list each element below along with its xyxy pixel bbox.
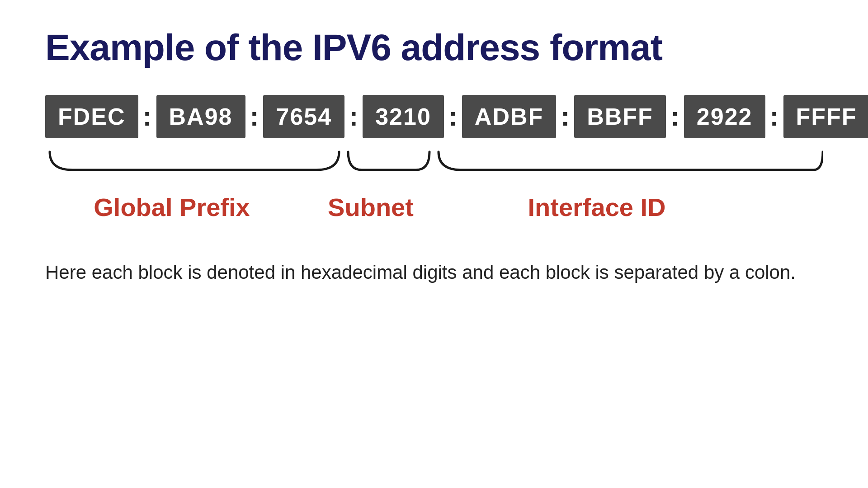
interface-id-label: Interface ID — [488, 192, 705, 222]
colon-7: : — [765, 103, 783, 130]
colon-6: : — [666, 103, 684, 130]
hex-block-7: 2922 — [684, 95, 765, 138]
colon-3: : — [344, 103, 363, 130]
hex-block-3: 7654 — [263, 95, 344, 138]
colon-4: : — [444, 103, 462, 130]
hex-block-5: ADBF — [462, 95, 556, 138]
colon-5: : — [556, 103, 574, 130]
colon-2: : — [245, 103, 264, 130]
description-text: Here each block is denoted in hexadecima… — [45, 258, 814, 286]
hex-block-1: FDEC — [45, 95, 138, 138]
colon-1: : — [138, 103, 156, 130]
hex-block-4: 3210 — [363, 95, 444, 138]
hex-block-6: BBFF — [574, 95, 666, 138]
hex-block-2: BA98 — [156, 95, 245, 138]
bracket-section — [45, 143, 823, 179]
hex-block-8: FFFF — [783, 95, 868, 138]
labels-row: Global Prefix Subnet Interface ID — [45, 192, 823, 222]
subnet-label: Subnet — [307, 192, 434, 222]
address-row: FDEC : BA98 : 7654 : 3210 : ADBF : BBFF … — [45, 95, 823, 138]
slide-container: Example of the IPV6 address format FDEC … — [0, 0, 868, 488]
slide-title: Example of the IPV6 address format — [45, 27, 823, 68]
global-prefix-label: Global Prefix — [45, 192, 298, 222]
brackets-svg — [45, 143, 823, 179]
